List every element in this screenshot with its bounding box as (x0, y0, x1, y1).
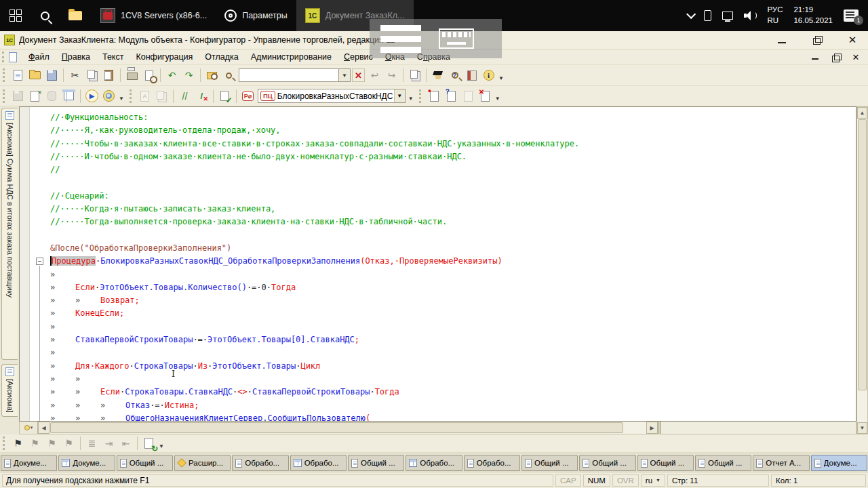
code-editor[interactable]: //·Функциональность://·····Я,·как·руково… (19, 106, 856, 421)
mdi-close-button[interactable]: ✕ (852, 53, 860, 61)
window-tab-3[interactable]: Общий ... (117, 455, 173, 471)
syntax-assistant-icon[interactable] (430, 68, 446, 83)
search-dropdown-icon[interactable]: ▼ (339, 68, 351, 82)
window-tab-5[interactable]: Обрабо... (232, 455, 288, 471)
hamburger-menu-icon[interactable] (380, 20, 421, 58)
toolbar-overflow-icon[interactable]: ▼ (157, 438, 167, 449)
about-icon[interactable]: i (481, 68, 496, 83)
code-line-15[interactable]: »»Возврат; (20, 294, 856, 307)
help-contents-icon[interactable] (464, 68, 479, 83)
network-icon[interactable] (722, 12, 733, 20)
cut-icon[interactable]: ✂ (67, 68, 83, 83)
find-next-icon[interactable]: ↪ (384, 68, 399, 83)
database-icon[interactable] (44, 88, 60, 104)
code-line-11[interactable]: &После("ОбработкаПроверкиЗаполнения") (20, 242, 856, 255)
print-icon[interactable] (124, 68, 140, 83)
menu-администрирование[interactable]: Администрирование (245, 50, 338, 64)
find-in-files-icon[interactable] (204, 68, 220, 83)
file-explorer-button[interactable] (59, 0, 92, 31)
code-line-18[interactable]: »СтавкаПервойСтрокиТовары·=·ЭтотОбъект.Т… (20, 333, 856, 346)
code-line-19[interactable]: » (20, 346, 856, 359)
breakpoint-clear-flag-icon[interactable]: ⚑ (61, 436, 77, 451)
code-line-21[interactable]: »» (20, 373, 856, 386)
window-tab-10[interactable]: Общий ... (521, 455, 578, 471)
window-tab-1[interactable]: Докуме... (1, 455, 57, 471)
usb-device-icon[interactable] (704, 10, 711, 21)
clock[interactable]: 21:1916.05.2021 (793, 5, 833, 26)
window-tab-14[interactable]: Отчет А... (753, 455, 809, 471)
toolbar-grip[interactable] (419, 89, 422, 103)
minimize-button[interactable] (777, 35, 787, 45)
toolbar-overflow-icon[interactable]: ▼ (117, 90, 127, 102)
search-input[interactable] (239, 68, 339, 82)
hscroll-thumb[interactable] (50, 422, 623, 433)
code-line-13[interactable]: » (20, 268, 856, 281)
scroll-left-button[interactable]: ◀ (38, 422, 50, 434)
print-preview-icon[interactable] (141, 68, 157, 83)
window-tab-15[interactable]: Докуме... (811, 455, 867, 471)
scroll-down-button[interactable]: ▼ (857, 422, 867, 434)
document-system-icon[interactable] (9, 52, 17, 62)
compare-modules-icon[interactable] (27, 88, 43, 104)
redo-icon[interactable]: ↷ (181, 68, 197, 83)
toolbar-grip[interactable] (3, 68, 6, 82)
code-line-2[interactable]: //·····Я,·как·руководитель·отдела·продаж… (20, 124, 856, 137)
editor-hints-button[interactable]: ▾ (20, 422, 38, 434)
window-tab-13[interactable]: Общий ... (695, 455, 751, 471)
new-document-icon[interactable] (10, 68, 26, 83)
code-line-5[interactable]: // (20, 163, 856, 176)
mdi-restore-button[interactable] (831, 53, 840, 61)
code-line-24[interactable]: »»»ОбщегоНазначенияКлиентСервер.Сообщить… (20, 412, 856, 421)
paste-icon[interactable] (101, 68, 117, 83)
window-tab-2[interactable]: Докуме... (58, 455, 115, 471)
menu-правка[interactable]: Правка (56, 50, 96, 64)
find-icon[interactable] (221, 68, 237, 83)
window-tab-7[interactable]: Общий ... (348, 455, 404, 471)
code-line-1[interactable]: //·Функциональность: (20, 111, 856, 124)
scroll-up-button[interactable]: ▲ (857, 107, 867, 119)
save-icon[interactable] (44, 68, 60, 83)
undo-icon[interactable]: ↶ (164, 68, 180, 83)
menu-файл[interactable]: Файл (22, 50, 56, 64)
code-line-7[interactable]: //·Сценарий: (20, 190, 856, 203)
bookmark-next-icon[interactable] (443, 88, 459, 104)
window-tab-8[interactable]: Обрабо... (406, 455, 462, 471)
start-button[interactable] (0, 0, 31, 31)
window-tab-11[interactable]: Общий ... (579, 455, 635, 471)
syntax-check-icon[interactable] (217, 88, 233, 104)
add-comment-icon[interactable]: // (177, 88, 193, 104)
breakpoint-all-flag-icon[interactable]: ⚑ (44, 436, 60, 451)
keyboard-language-selector[interactable]: ru▼ (641, 474, 665, 487)
window-tab-9[interactable]: Обрабо... (464, 455, 520, 471)
close-button[interactable]: ✕ (848, 35, 857, 45)
search-clear-icon[interactable]: ✕ (352, 68, 365, 82)
update-module-icon[interactable] (141, 436, 157, 451)
menu-текст[interactable]: Текст (96, 50, 130, 64)
duplicate-icon[interactable] (154, 88, 170, 104)
copy-icon[interactable] (84, 68, 100, 83)
open-form-icon[interactable] (61, 88, 77, 104)
save-copy-icon[interactable] (10, 88, 26, 104)
bookmark-clear-icon[interactable] (477, 88, 493, 104)
toolbar-overflow-icon[interactable]: ▼ (497, 70, 507, 81)
code-line-9[interactable]: //·····Тогда·выполняется·проверка·заказа… (20, 216, 856, 228)
procedures-functions-icon[interactable]: P⌀ (240, 88, 256, 104)
toolbar-grip[interactable] (130, 89, 133, 103)
window-tab-6[interactable]: Обрабо... (290, 455, 347, 471)
indent-right-icon[interactable]: ⇥ (101, 436, 117, 451)
toolbar-grip[interactable] (3, 89, 6, 103)
format-block-icon[interactable]: A (137, 88, 153, 104)
context-help-icon[interactable]: ? (447, 68, 462, 83)
code-line-23[interactable]: »»»Отказ·=·Истина; (20, 399, 856, 412)
taskbar-app-2[interactable]: Параметры (216, 0, 296, 31)
window-tab-12[interactable]: Общий ... (637, 455, 694, 471)
code-line-22[interactable]: »»Если·СтрокаТовары.СтавкаНДС·<>·СтавкаП… (20, 386, 856, 399)
code-line-8[interactable]: //·····Когда·я·пытаюсь·записать·заказ·кл… (20, 203, 856, 216)
taskbar-app-1[interactable]: 1CV8 Servers (x86-6... (92, 0, 216, 31)
remove-comment-icon[interactable]: / (194, 88, 210, 104)
open-document-icon[interactable] (27, 68, 43, 83)
start-web-client-icon[interactable] (101, 88, 117, 104)
notification-center-icon[interactable]: 1 (844, 9, 859, 22)
code-line-14[interactable]: »Если·ЭтотОбъект.Товары.Количество()·=·0… (20, 281, 856, 294)
language-indicator[interactable]: РУСRU (767, 5, 783, 26)
